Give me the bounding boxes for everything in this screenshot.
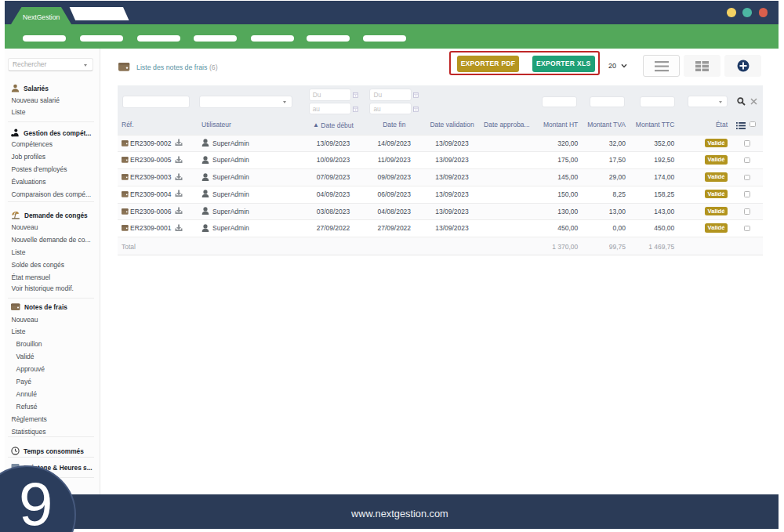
svg-text:NextGestion: NextGestion bbox=[23, 13, 60, 21]
